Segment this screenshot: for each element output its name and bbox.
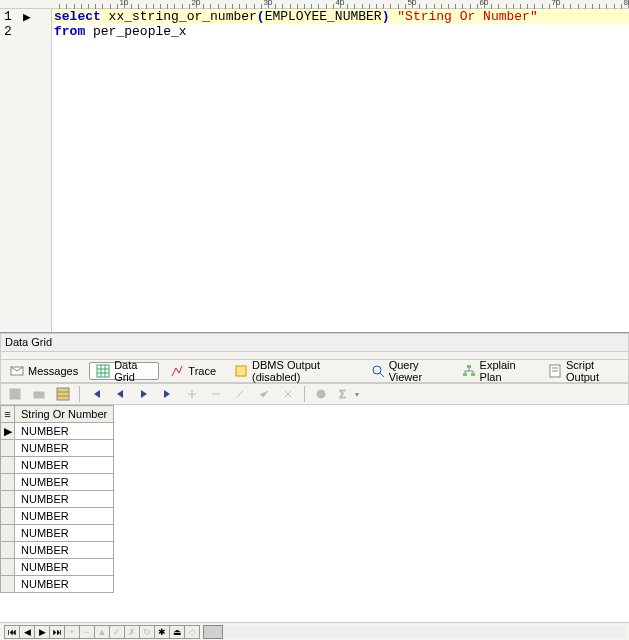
table-row[interactable]: NUMBER xyxy=(1,559,114,576)
nav-button-1[interactable]: ◀ xyxy=(19,625,35,639)
nav-button-6: ▲ xyxy=(94,625,110,639)
corner-cell[interactable]: ≡ xyxy=(1,406,15,423)
svg-rect-9 xyxy=(467,365,471,368)
row-indicator[interactable] xyxy=(1,542,15,559)
trace-icon xyxy=(170,364,184,378)
table-row[interactable]: NUMBER xyxy=(1,474,114,491)
cell-value[interactable]: NUMBER xyxy=(15,576,114,593)
tab-query-viewer[interactable]: Query Viewer xyxy=(364,362,451,380)
print-icon xyxy=(31,386,47,402)
last-icon[interactable] xyxy=(160,386,176,402)
nav-button-11[interactable]: ⏏ xyxy=(169,625,185,639)
cell-value[interactable]: NUMBER xyxy=(15,508,114,525)
table-row[interactable]: NUMBER xyxy=(1,576,114,593)
results-tabbar: MessagesData GridTraceDBMS Output (disab… xyxy=(0,359,629,383)
cell-value[interactable]: NUMBER xyxy=(15,423,114,440)
scroll-thumb[interactable] xyxy=(203,625,223,639)
grid-scrollbar[interactable] xyxy=(203,625,625,639)
nav-button-10[interactable]: ✱ xyxy=(154,625,170,639)
tab-label: Script Output xyxy=(566,359,619,383)
code-line[interactable]: select xx_string_or_number(EMPLOYEE_NUMB… xyxy=(52,9,629,24)
cell-value[interactable]: NUMBER xyxy=(15,525,114,542)
nav-button-5: − xyxy=(79,625,95,639)
prev-icon[interactable] xyxy=(112,386,128,402)
first-icon[interactable] xyxy=(88,386,104,402)
row-indicator[interactable] xyxy=(1,491,15,508)
tab-messages[interactable]: Messages xyxy=(3,362,85,380)
grid-scroll[interactable]: ≡ String Or Number ▶NUMBERNUMBERNUMBERNU… xyxy=(0,405,629,622)
gutter-row: 2 xyxy=(0,24,51,39)
msg-icon xyxy=(10,364,24,378)
row-indicator[interactable] xyxy=(1,474,15,491)
panel-title-text: Data Grid xyxy=(5,336,52,348)
row-indicator[interactable] xyxy=(1,576,15,593)
nav-button-8: ✗ xyxy=(124,625,140,639)
table-row[interactable]: NUMBER xyxy=(1,491,114,508)
svg-point-20 xyxy=(317,390,325,398)
row-indicator[interactable]: ▶ xyxy=(1,423,15,440)
panel-title: Data Grid xyxy=(0,333,629,352)
table-row[interactable]: NUMBER xyxy=(1,508,114,525)
refresh-icon xyxy=(313,386,329,402)
data-grid[interactable]: ≡ String Or Number ▶NUMBERNUMBERNUMBERNU… xyxy=(0,405,114,593)
current-line-marker: ▶ xyxy=(22,9,32,25)
tab-data-grid[interactable]: Data Grid xyxy=(89,362,159,380)
nav-button-2[interactable]: ▶ xyxy=(34,625,50,639)
ruler-label: 80 xyxy=(618,0,629,7)
plan-icon xyxy=(462,364,476,378)
svg-rect-1 xyxy=(97,365,109,377)
row-indicator[interactable] xyxy=(1,525,15,542)
code-line[interactable]: from per_people_x xyxy=(52,24,629,39)
table-row[interactable]: NUMBER xyxy=(1,542,114,559)
code-token: ) xyxy=(382,9,398,24)
row-indicator[interactable] xyxy=(1,508,15,525)
script-icon xyxy=(548,364,562,378)
cancel-icon xyxy=(280,386,296,402)
svg-rect-16 xyxy=(34,392,44,398)
single-record-icon[interactable] xyxy=(55,386,71,402)
nav-button-0[interactable]: ⏮ xyxy=(4,625,20,639)
nav-button-7: ✓ xyxy=(109,625,125,639)
table-row[interactable]: ▶NUMBER xyxy=(1,423,114,440)
row-indicator[interactable] xyxy=(1,559,15,576)
editor-body: 1▶2 select xx_string_or_number(EMPLOYEE_… xyxy=(0,9,629,332)
cell-value[interactable]: NUMBER xyxy=(15,559,114,576)
gutter-row: 1▶ xyxy=(0,9,51,24)
svg-point-7 xyxy=(373,366,381,374)
cell-value[interactable]: NUMBER xyxy=(15,457,114,474)
tab-dbms-output-disabled-[interactable]: DBMS Output (disabled) xyxy=(227,362,360,380)
tab-explain-plan[interactable]: Explain Plan xyxy=(455,362,537,380)
commit-icon xyxy=(256,386,272,402)
cell-value[interactable]: NUMBER xyxy=(15,542,114,559)
cell-value[interactable]: NUMBER xyxy=(15,474,114,491)
table-row[interactable]: NUMBER xyxy=(1,525,114,542)
line-number: 1 xyxy=(4,9,22,24)
svg-rect-6 xyxy=(236,366,246,376)
svg-rect-17 xyxy=(57,388,69,400)
code-token: per_people_x xyxy=(85,24,186,39)
nav-button-9: ↻ xyxy=(139,625,155,639)
table-row[interactable]: NUMBER xyxy=(1,440,114,457)
cell-value[interactable]: NUMBER xyxy=(15,440,114,457)
data-grid-panel: ≡ String Or Number ▶NUMBERNUMBERNUMBERNU… xyxy=(0,405,629,640)
code-area[interactable]: select xx_string_or_number(EMPLOYEE_NUMB… xyxy=(52,9,629,332)
tab-trace[interactable]: Trace xyxy=(163,362,223,380)
svg-rect-10 xyxy=(463,373,467,376)
tab-script-output[interactable]: Script Output xyxy=(541,362,626,380)
nav-button-12: ◇ xyxy=(184,625,200,639)
table-row[interactable]: NUMBER xyxy=(1,457,114,474)
svg-text:Σ: Σ xyxy=(339,388,346,400)
tab-label: Data Grid xyxy=(114,359,152,383)
nav-button-4: + xyxy=(64,625,80,639)
separator xyxy=(79,386,80,402)
next-icon[interactable] xyxy=(136,386,152,402)
nav-button-3[interactable]: ⏭ xyxy=(49,625,65,639)
cell-value[interactable]: NUMBER xyxy=(15,491,114,508)
column-header[interactable]: String Or Number xyxy=(15,406,114,423)
tab-label: Query Viewer xyxy=(389,359,444,383)
svg-rect-11 xyxy=(471,373,475,376)
add-icon xyxy=(184,386,200,402)
row-indicator[interactable] xyxy=(1,440,15,457)
gutter: 1▶2 xyxy=(0,9,52,332)
row-indicator[interactable] xyxy=(1,457,15,474)
